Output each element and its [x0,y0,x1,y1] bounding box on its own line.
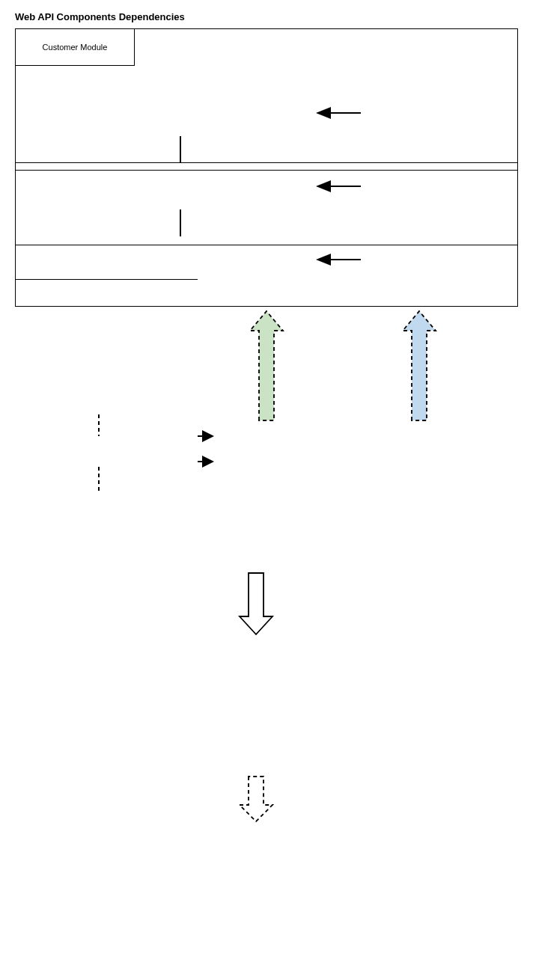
page-title: Web API Components Dependencies [15,11,518,22]
arrows-layer [15,28,518,956]
diagram-canvas: Domain Models Service Contracts GraphQL … [15,28,518,956]
